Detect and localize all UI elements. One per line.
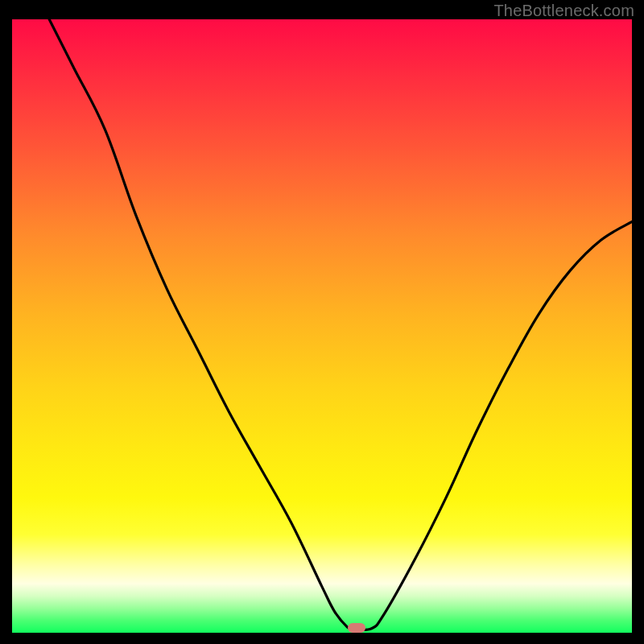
- watermark-text: TheBottleneck.com: [493, 2, 634, 20]
- plot-area: [12, 19, 632, 633]
- optimal-point-marker: [348, 623, 365, 633]
- bottleneck-curve: [12, 19, 632, 633]
- chart-frame: TheBottleneck.com: [0, 0, 644, 644]
